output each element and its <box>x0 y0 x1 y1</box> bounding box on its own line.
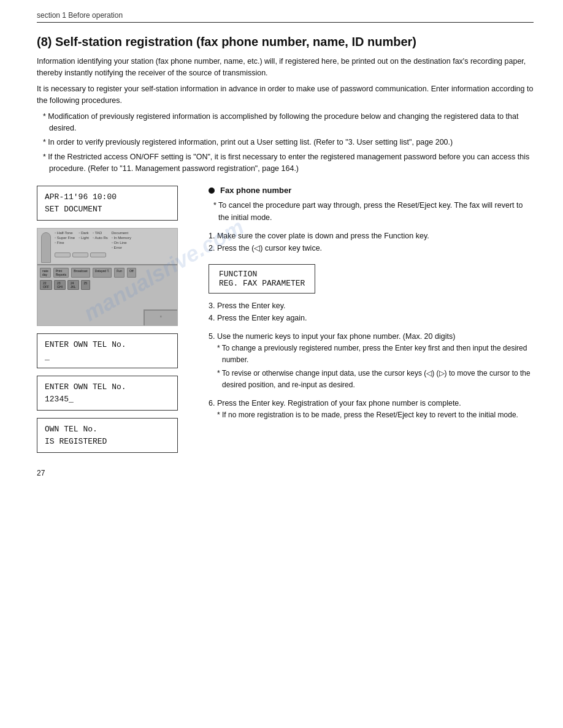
fax-top-panel: ◦ Half-Tone ◦ Super Fine ◦ Fine ◦ Dark ◦… <box>37 229 177 265</box>
bullet-1: * Modification of previously registered … <box>43 111 534 135</box>
step-2: 2. Press the (◁) cursor key twice. <box>209 242 534 254</box>
page-number: 27 <box>37 469 534 477</box>
initial-display-box: APR-11'96 10:00 SET DOCUMENT <box>37 186 178 221</box>
enter-tel-display-box: ENTER OWN TEL No. _ <box>37 333 178 368</box>
step-6: 6. Press the Enter key. Registration of … <box>209 397 534 409</box>
function-display-box: FUNCTION REG. FAX PARAMETER <box>209 264 315 294</box>
enter-tel-typed-line2: 12345_ <box>45 393 170 406</box>
right-column: Fax phone number * To cancel the procedu… <box>209 186 534 460</box>
page: manualsrive.com section 1 Before operati… <box>0 0 563 496</box>
cancel-note: * To cancel the procedure part way throu… <box>213 200 534 224</box>
step5-note-1: * To change a previously registered numb… <box>217 343 534 365</box>
steps-1-2: 1. Make sure the cover plate is down and… <box>209 230 534 254</box>
header-text: section 1 Before operation <box>37 11 123 20</box>
bullet-2: * In order to verify previously register… <box>43 137 534 148</box>
step5-note-2: * To revise or otherwise change input da… <box>217 368 534 390</box>
step-5-block: 5. Use the numeric keys to input your fa… <box>209 330 534 390</box>
page-title: (8) Self-station registration (fax phone… <box>37 34 534 50</box>
step-4: 4. Press the Enter key again. <box>209 312 534 324</box>
step-6-block: 6. Press the Enter key. Registration of … <box>209 397 534 421</box>
fax-section-title: Fax phone number <box>220 186 291 195</box>
bullet-3: * If the Restricted access ON/OFF settin… <box>43 151 534 175</box>
fax-device-illustration: ◦ Half-Tone ◦ Super Fine ◦ Fine ◦ Dark ◦… <box>37 228 178 326</box>
enter-tel-typed-line1: ENTER OWN TEL No. <box>45 381 170 393</box>
intro-para-2: It is necessary to register your self-st… <box>37 83 534 107</box>
enter-tel-line2: _ <box>45 351 170 363</box>
fax-bottom-panel: nateday PrintReports Broadcast Delayed T… <box>37 265 177 326</box>
content-area: APR-11'96 10:00 SET DOCUMENT ◦ Half-Tone <box>37 186 534 460</box>
enter-tel-typed-display-box: ENTER OWN TEL No. 12345_ <box>37 376 178 411</box>
intro-para-1: Information identifying your station (fa… <box>37 56 534 80</box>
step-1: 1. Make sure the cover plate is down and… <box>209 230 534 242</box>
fax-section-header: Fax phone number <box>209 186 534 195</box>
step-5: 5. Use the numeric keys to input your fa… <box>209 330 534 343</box>
bullet-circle-icon <box>209 188 215 194</box>
function-line1: FUNCTION <box>219 270 305 279</box>
registered-display-box: OWN TEL No. IS REGISTERED <box>37 418 178 453</box>
left-column: APR-11'96 10:00 SET DOCUMENT ◦ Half-Tone <box>37 186 196 460</box>
step6-note: * If no more registration is to be made,… <box>217 409 534 421</box>
registered-line1: OWN TEL No. <box>45 423 170 436</box>
initial-display-line1: APR-11'96 10:00 <box>45 191 170 203</box>
header-bar: section 1 Before operation <box>37 11 534 23</box>
function-line2: REG. FAX PARAMETER <box>219 279 305 288</box>
steps-3-4: 3. Press the Enter key. 4. Press the Ent… <box>209 300 534 324</box>
enter-tel-line1: ENTER OWN TEL No. <box>45 339 170 351</box>
initial-display-line2: SET DOCUMENT <box>45 203 170 216</box>
registered-line2: IS REGISTERED <box>45 436 170 448</box>
step-3: 3. Press the Enter key. <box>209 300 534 312</box>
